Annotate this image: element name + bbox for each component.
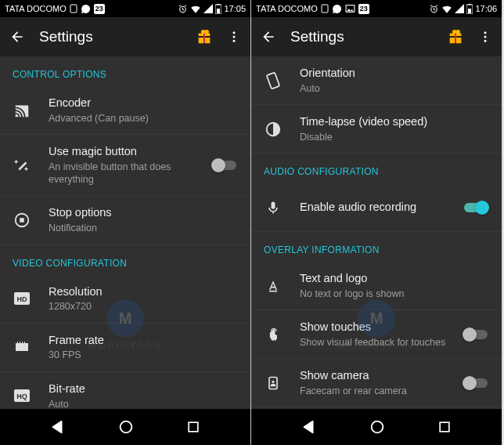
row-sub: Auto <box>49 398 238 409</box>
row-sub: Facecam or rear camera <box>300 385 447 397</box>
wifi-icon <box>441 4 452 13</box>
svg-rect-34 <box>272 201 275 208</box>
date-badge: 23 <box>94 4 105 14</box>
audio-switch[interactable] <box>463 201 489 215</box>
overflow-menu-icon[interactable] <box>227 30 241 44</box>
row-audio-recording[interactable]: Enable audio recording <box>251 183 502 232</box>
gift-icon[interactable] <box>447 28 464 45</box>
section-control-options: CONTROL OPTIONS <box>0 56 250 86</box>
row-orientation[interactable]: Orientation Auto <box>251 56 502 105</box>
row-sub: Auto <box>300 82 489 95</box>
settings-list: CONTROL OPTIONS Encoder Advanced (Can pa… <box>0 56 250 409</box>
page-title: Settings <box>290 28 433 45</box>
cast-icon <box>11 102 33 119</box>
svg-rect-18 <box>24 342 25 343</box>
row-sub: 30 FPS <box>49 349 238 361</box>
row-show-camera[interactable]: Show camera Facecam or rear camera <box>251 359 502 407</box>
nav-back-icon[interactable] <box>49 418 67 436</box>
signal-icon <box>455 4 464 13</box>
nav-bar <box>0 409 250 445</box>
facecam-icon <box>262 374 284 392</box>
whatsapp-icon <box>332 4 342 14</box>
date-badge: 23 <box>358 4 369 14</box>
stop-icon <box>11 212 33 229</box>
row-title: Frame rate <box>49 333 238 348</box>
row-timelapse[interactable]: Time-lapse (video speed) Disable <box>251 105 502 154</box>
row-title: Use magic button <box>49 144 196 159</box>
svg-point-39 <box>372 421 383 433</box>
row-title: Text and logo <box>300 271 489 286</box>
nav-home-icon[interactable] <box>117 418 135 436</box>
row-sub: Notification <box>49 222 238 234</box>
row-sub: Show visual feedback for touches <box>300 336 447 349</box>
svg-point-31 <box>484 40 487 42</box>
settings-list: Orientation Auto Time-lapse (video speed… <box>251 56 502 409</box>
battery-icon <box>466 4 473 14</box>
row-title: Enable audio recording <box>300 200 447 215</box>
touch-icon <box>262 326 284 343</box>
row-resolution[interactable]: HD Resolution 1280x720 <box>0 275 250 324</box>
svg-rect-32 <box>267 72 280 89</box>
row-title: Orientation <box>300 66 489 81</box>
back-icon[interactable] <box>9 29 25 45</box>
svg-text:HQ: HQ <box>16 393 27 400</box>
svg-rect-3 <box>217 9 220 13</box>
sim-icon <box>321 4 329 13</box>
screenshot-left: TATA DOCOMO 23 17:05 <box>0 0 251 445</box>
signal-icon <box>203 4 213 13</box>
hd-icon: HD <box>11 292 33 305</box>
nav-recent-icon[interactable] <box>437 419 452 435</box>
svg-rect-15 <box>17 342 18 343</box>
svg-rect-27 <box>468 9 471 13</box>
row-show-touches[interactable]: Show touches Show visual feedback for to… <box>251 310 502 359</box>
svg-rect-14 <box>16 351 28 353</box>
whatsapp-icon <box>81 4 91 14</box>
svg-point-7 <box>233 40 236 42</box>
svg-rect-22 <box>189 422 198 432</box>
magic-wand-icon <box>11 157 33 174</box>
row-sub: No text or logo is shown <box>300 288 489 300</box>
row-encoder[interactable]: Encoder Advanced (Can pause) <box>0 86 250 135</box>
row-stop-options[interactable]: Stop options Notification <box>0 196 250 244</box>
svg-rect-23 <box>322 5 328 13</box>
alarm-icon <box>178 4 188 14</box>
clock-label: 17:05 <box>224 4 246 13</box>
svg-point-29 <box>484 31 487 34</box>
carrier-label: TATA DOCOMO <box>256 4 318 13</box>
svg-text:HD: HD <box>17 295 27 303</box>
svg-rect-0 <box>70 5 77 13</box>
status-bar: TATA DOCOMO 23 17 <box>251 0 502 17</box>
row-title: Time-lapse (video speed) <box>300 114 489 129</box>
row-text-logo[interactable]: Text and logo No text or logo is shown <box>251 262 502 310</box>
app-bar: Settings <box>0 17 250 56</box>
row-sub: Disable <box>300 131 489 143</box>
nav-recent-icon[interactable] <box>185 419 201 435</box>
carrier-label: TATA DOCOMO <box>5 4 67 13</box>
nav-back-icon[interactable] <box>301 418 318 436</box>
row-magic-button[interactable]: Use magic button An invisible button tha… <box>0 135 250 196</box>
row-frame-rate[interactable]: Frame rate 30 FPS <box>0 324 250 372</box>
nav-home-icon[interactable] <box>369 418 386 436</box>
back-icon[interactable] <box>261 29 276 45</box>
row-bitrate[interactable]: HQ Bit-rate Auto <box>0 372 250 409</box>
text-icon <box>262 278 284 294</box>
svg-rect-17 <box>22 342 23 343</box>
row-title: Stop options <box>49 205 238 220</box>
camera-switch[interactable] <box>463 376 489 390</box>
row-sub: 1280x720 <box>49 300 238 313</box>
screenshot-right: TATA DOCOMO 23 17 <box>251 0 502 445</box>
status-bar: TATA DOCOMO 23 17:05 <box>0 0 250 17</box>
row-title: Show touches <box>300 320 447 335</box>
section-overlay-info: OVERLAY INFORMATION <box>251 232 502 262</box>
image-icon <box>345 4 355 13</box>
quality-icon: HQ <box>11 389 33 402</box>
overflow-menu-icon[interactable] <box>478 30 492 44</box>
row-title: Encoder <box>49 96 238 110</box>
svg-rect-28 <box>468 4 471 5</box>
svg-rect-40 <box>440 422 449 432</box>
gift-icon[interactable] <box>196 28 213 45</box>
magic-button-switch[interactable] <box>211 158 238 172</box>
section-video-config: VIDEO CONFIGURATION <box>0 245 250 275</box>
mic-icon <box>262 199 284 216</box>
touches-switch[interactable] <box>463 327 489 342</box>
